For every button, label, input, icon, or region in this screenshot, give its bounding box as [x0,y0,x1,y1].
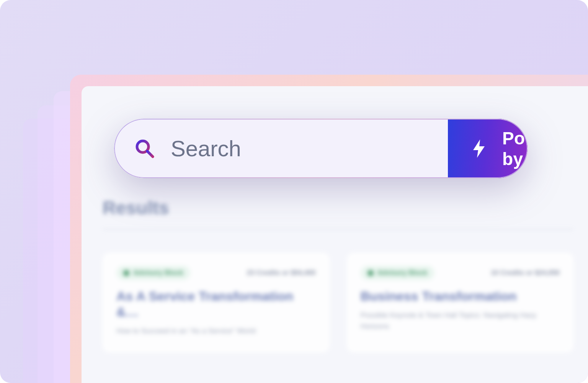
app-canvas: Powered by AI Results Advisory Block 23 [0,0,588,383]
category-tag-label: Advisory Block [377,269,428,277]
card-description: Possible Keynote & Town Hall Topics: Nav… [361,309,560,332]
results-divider [103,229,573,230]
ai-search-label: Powered by AI [502,128,528,169]
category-tag-label: Advisory Block [133,269,183,277]
card-title: Business Transformation [361,288,560,304]
card-title: As A Service Transformation &… [116,288,316,320]
results-section: Results Advisory Block 23 Credits or $54… [103,197,573,352]
search-icon [134,138,155,159]
ai-search-button[interactable]: Powered by AI [448,119,528,178]
result-card[interactable]: Advisory Block 23 Credits or $54,400 As … [103,253,330,352]
main-window-surface: Powered by AI Results Advisory Block 23 [82,86,588,383]
result-card[interactable]: Advisory Block 10 Credits or $24,050 Bus… [347,253,574,352]
search-input-region[interactable] [114,119,448,178]
price-label: 23 Credits or $54,400 [247,269,315,277]
bolt-icon [471,139,487,158]
card-meta-row: Advisory Block 10 Credits or $24,050 [361,266,560,280]
svg-line-1 [147,151,153,157]
category-tag: Advisory Block [361,266,434,280]
category-tag: Advisory Block [116,266,190,280]
tag-dot-icon [368,270,374,276]
results-cards-row: Advisory Block 23 Credits or $54,400 As … [103,253,573,352]
search-input[interactable] [171,136,448,161]
card-description: How to Succeed in an “As a Service” Worl… [116,325,316,336]
main-window-frame: Powered by AI Results Advisory Block 23 [70,75,588,383]
card-meta-row: Advisory Block 23 Credits or $54,400 [116,266,316,280]
tag-dot-icon [123,270,129,276]
results-heading: Results [103,197,573,218]
search-bar: Powered by AI [114,119,528,178]
price-label: 10 Credits or $24,050 [491,269,560,277]
